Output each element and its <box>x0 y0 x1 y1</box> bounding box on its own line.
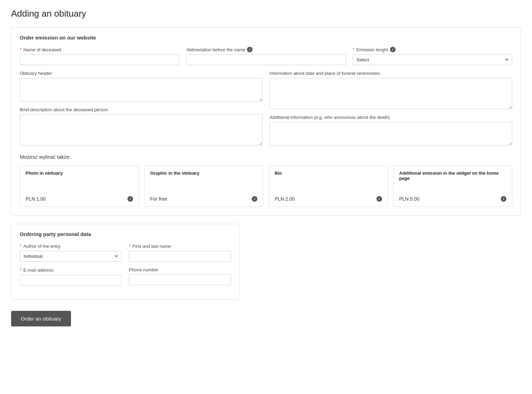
card-bio-title: Bio <box>275 170 382 176</box>
first-last-name-label: * First and last name <box>129 243 231 249</box>
funeral-info-textarea[interactable] <box>269 78 512 109</box>
first-last-name-input[interactable] <box>129 251 231 262</box>
brief-description-label: Brief description about the deceased per… <box>20 107 263 112</box>
required-star-email: * <box>20 267 21 273</box>
abbreviation-label: Abbreviation before the name i <box>186 47 346 52</box>
card-photo-price: PLN 1.00 <box>26 196 46 202</box>
left-col: Obituary header Brief description about … <box>20 71 263 146</box>
name-of-deceased-label: * Name of deceased <box>20 47 179 52</box>
phone-group: Phone number <box>129 267 231 286</box>
abbreviation-group: Abbreviation before the name i <box>186 47 346 65</box>
phone-input[interactable] <box>129 274 231 285</box>
right-col: Information about date and place of fune… <box>269 71 512 146</box>
emission-info-icon[interactable]: i <box>390 47 396 52</box>
required-star-name2: * <box>129 243 131 249</box>
author-label: * Author of the entry <box>20 243 122 249</box>
card-bio-price: PLN 2.00 <box>275 196 295 202</box>
card-photo-title: Photo in obituary <box>26 170 133 176</box>
funeral-info-group: Information about date and place of fune… <box>269 71 512 109</box>
additional-info-textarea[interactable] <box>269 122 512 146</box>
required-star-author: * <box>20 243 21 249</box>
card-graphic-title: Graphic in the obituary <box>150 170 258 176</box>
obituary-header-label: Obituary header <box>20 71 263 76</box>
additional-info-label: Additional information (e.g. who announc… <box>269 115 512 120</box>
page-title: Adding an obituary <box>11 8 521 19</box>
also-section-title: Możesz wybrać także: <box>20 154 512 160</box>
phone-label: Phone number <box>129 267 231 272</box>
brief-description-group: Brief description about the deceased per… <box>20 107 263 146</box>
email-phone-row: * E-mail address Phone number <box>20 267 231 286</box>
required-star-emission: * <box>353 47 354 52</box>
card-widget-price: PLN 5.00 <box>399 196 419 202</box>
emission-length-label: * Emission lenght i <box>353 47 512 52</box>
emission-length-select[interactable]: Select <box>353 54 512 65</box>
card-widget-title: Additional emission in the widget on the… <box>399 170 507 181</box>
name-of-deceased-group: * Name of deceased <box>20 47 179 65</box>
card-photo-info-icon[interactable]: i <box>127 196 133 202</box>
abbreviation-info-icon[interactable]: i <box>247 47 252 52</box>
form-row-2: Obituary header Brief description about … <box>20 71 512 146</box>
option-card-widget: Additional emission in the widget on the… <box>393 165 513 207</box>
card-photo-price-row: PLN 1.00 i <box>26 196 133 202</box>
also-section: Możesz wybrać także: Photo in obituary P… <box>20 154 512 207</box>
option-card-graphic: Graphic in the obituary For free i <box>144 165 264 207</box>
section1-title: Order emission on our website <box>20 35 512 41</box>
option-card-bio: Bio PLN 2.00 i <box>269 165 388 207</box>
author-name-row: * Author of the entry Individual Company… <box>20 243 231 262</box>
ordering-party-section: Ordering party personal data * Author of… <box>11 224 240 300</box>
form-row-1: * Name of deceased Abbreviation before t… <box>20 47 512 65</box>
required-star-name: * <box>20 47 21 52</box>
card-bio-price-row: PLN 2.00 i <box>275 196 382 202</box>
emission-length-group: * Emission lenght i Select <box>353 47 512 65</box>
abbreviation-input[interactable] <box>186 54 346 65</box>
option-cards-row: Photo in obituary PLN 1.00 i Graphic in … <box>20 165 512 207</box>
obituary-header-textarea[interactable] <box>20 78 263 102</box>
card-widget-info-icon[interactable]: i <box>501 196 506 202</box>
order-obituary-button[interactable]: Order an obituary <box>11 311 71 326</box>
funeral-info-label: Information about date and place of fune… <box>269 71 512 76</box>
card-graphic-price-row: For free i <box>150 196 258 202</box>
author-group: * Author of the entry Individual Company <box>20 243 122 262</box>
section2-title: Ordering party personal data <box>20 231 231 237</box>
brief-description-textarea[interactable] <box>20 114 263 146</box>
obituary-header-group: Obituary header <box>20 71 263 102</box>
card-widget-price-row: PLN 5.00 i <box>399 196 507 202</box>
card-bio-info-icon[interactable]: i <box>376 196 382 202</box>
email-label: * E-mail address <box>20 267 122 273</box>
author-select[interactable]: Individual Company <box>20 251 122 262</box>
email-input[interactable] <box>20 275 122 286</box>
additional-info-group: Additional information (e.g. who announc… <box>269 115 512 146</box>
card-graphic-info-icon[interactable]: i <box>252 196 257 202</box>
email-group: * E-mail address <box>20 267 122 286</box>
name-of-deceased-input[interactable] <box>20 54 179 65</box>
card-graphic-price: For free <box>150 196 167 202</box>
order-emission-section: Order emission on our website * Name of … <box>11 27 521 216</box>
option-card-photo: Photo in obituary PLN 1.00 i <box>20 165 139 207</box>
first-last-name-group: * First and last name <box>129 243 231 262</box>
